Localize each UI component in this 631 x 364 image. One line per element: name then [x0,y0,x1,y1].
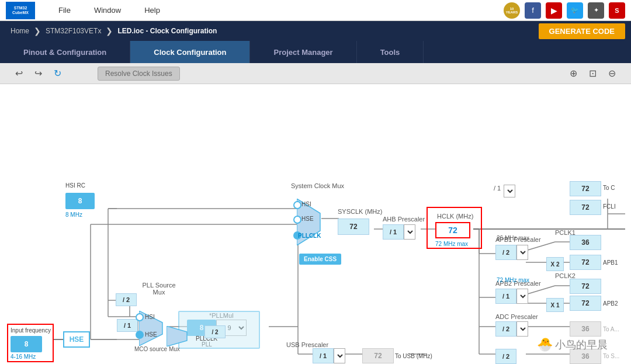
radio-hsi-sys[interactable] [293,201,301,209]
resolve-clock-button[interactable]: Resolve Clock Issues [98,67,180,81]
ahb-prescaler-label: AHB Prescaler [383,216,425,223]
pclk2-value: 72 [570,279,601,294]
app-logo: STM32 CubeMX [6,2,35,19]
breadcrumb-home[interactable]: Home [6,27,34,35]
ahb-prescaler-row: / 1 [383,224,415,240]
network-icon[interactable]: ✦ [588,2,604,19]
apb1-prescaler-val: / 2 [495,245,516,260]
canvas-area: HSI RC 8 8 MHz Input frequency 8 4-16 MH… [0,84,631,364]
to-usb-label: To USB (MHz) [395,353,432,359]
apb1-label2: APB1 [603,259,618,266]
usb-prescaler-val: / 1 [313,348,334,363]
svg-line-32 [526,286,555,294]
apb2-val2: 72 [570,296,601,311]
breadcrumb-arrow-2: ❯ [106,26,113,36]
div2-hsi-box: / 2 [116,293,137,306]
toolbar: ↩ ↪ ↻ Resolve Clock Issues ⊕ ⊡ ⊖ [0,63,631,84]
pll-source-mux-label: PLL Source Mux [136,282,182,296]
generate-code-button[interactable]: GENERATE CODE [539,23,625,39]
x2-label: X 2 [546,257,564,271]
adc-value: 36 [570,321,601,337]
menu-help[interactable]: Help [144,6,160,15]
div2-bottom-box: / 2 [495,349,516,364]
input-freq-range: 4-16 MHz [11,353,50,360]
breadcrumb-chip[interactable]: STM32F103VETx [41,27,106,35]
svg-line-23 [526,242,555,251]
hclk-label: HCLK (MHz) [437,213,473,220]
adc-to-label: To A... [603,326,619,332]
adc-prescaler-label: ADC Prescaler [495,313,538,320]
redo-button[interactable]: ↪ [31,67,46,80]
usb-prescaler-label: USB Prescaler [286,341,328,348]
fit-button[interactable]: ⊡ [585,67,600,80]
apb1-prescaler-row: / 2 [495,245,528,260]
logo-box: STM32 CubeMX [6,2,35,19]
radio-hse-pll[interactable] [136,331,144,339]
hse-sys-label: HSE [301,216,314,222]
undo-button[interactable]: ↩ [12,67,26,80]
apb1-prescaler-select[interactable] [516,245,528,260]
menu-file[interactable]: File [58,6,71,15]
pllclk-sys-label: PLLCLK [298,233,321,239]
div1-top-select[interactable] [504,185,515,197]
youtube-icon[interactable]: ▶ [546,2,562,19]
adc-prescaler-row: / 2 [495,321,528,337]
breadcrumb-file: LED.ioc - Clock Configuration [113,27,221,35]
sysclk-value[interactable]: 72 [338,219,369,235]
hsi-unit-label: 8 MHz [65,212,82,218]
top-right-72-2: 72 [570,200,601,215]
menu-window[interactable]: Window [94,6,121,15]
usb-prescaler-select[interactable] [334,348,345,363]
zoom-out-button[interactable]: ⊖ [605,67,619,80]
menu-right: 10YEARS f ▶ 🐦 ✦ S [504,2,625,19]
adc-prescaler-val: / 2 [495,321,516,337]
tab-tools[interactable]: Tools [357,41,424,63]
mco-mux-shape [167,326,196,346]
breadcrumb-bar: Home ❯ STM32F103VETx ❯ LED.ioc - Clock C… [0,21,631,41]
div2-mco-box: / 2 [204,325,226,338]
apb2-prescaler-select[interactable] [516,289,528,304]
svg-marker-51 [167,326,187,346]
usb-value: 72 [362,348,394,363]
apb2-prescaler-val: / 1 [495,289,516,304]
hse-box: HSE [63,331,90,348]
hclk-max-label: 72 MHz max [435,241,468,247]
enable-css-button[interactable]: Enable CSS [299,254,341,265]
to-c-label: To C [603,185,615,191]
to-sdi-label: To S... [603,353,619,359]
ahb-prescaler-select[interactable] [404,224,415,240]
div1-top-label: / 1 [494,185,501,192]
system-clock-mux-label: System Clock Mux [291,182,344,189]
input-freq-label: Input frequency [11,327,50,334]
radio-hsi-pll[interactable] [136,313,144,321]
tab-project[interactable]: Project Manager [250,41,356,63]
refresh-button[interactable]: ↻ [50,67,65,80]
hsi-mux-label: HSI [145,314,155,320]
x1-label: X 1 [546,298,564,312]
input-freq-box: Input frequency 8 4-16 MHz [7,324,54,362]
anniversary-badge: 10YEARS [504,2,520,19]
div1-pll-box: / 1 [117,319,138,332]
hclk-value[interactable]: 72 [435,222,470,238]
zoom-in-button[interactable]: ⊕ [566,67,581,80]
usb-prescaler-row: / 1 [313,348,345,363]
radio-hse-sys[interactable] [293,216,301,224]
pclk1-max-label: 36 MHz max [497,235,529,241]
input-freq-value: 8 [11,336,42,352]
st-icon[interactable]: S [609,2,625,19]
watermark: 🐣 小鸟的早晨 [537,337,608,352]
adc-prescaler-select[interactable] [516,321,528,337]
apb2-prescaler-row: / 1 [495,289,528,304]
tab-clock[interactable]: Clock Configuration [130,41,250,63]
sysclk-label: SYSCLK (MHz) [338,208,382,215]
ahb-prescaler-val: / 1 [383,224,404,240]
twitter-icon[interactable]: 🐦 [567,2,583,19]
tab-bar: Pinout & Configuration Clock Configurati… [0,41,631,63]
apb2-label2: APB2 [603,300,618,307]
hsi-value-box: 8 [65,193,95,209]
fcli-label: FCLI [603,203,616,210]
tab-pinout[interactable]: Pinout & Configuration [0,41,130,63]
breadcrumb-arrow-1: ❯ [34,26,41,36]
mco-source-label: MCO source Mux [134,346,180,352]
facebook-icon[interactable]: f [525,2,541,19]
